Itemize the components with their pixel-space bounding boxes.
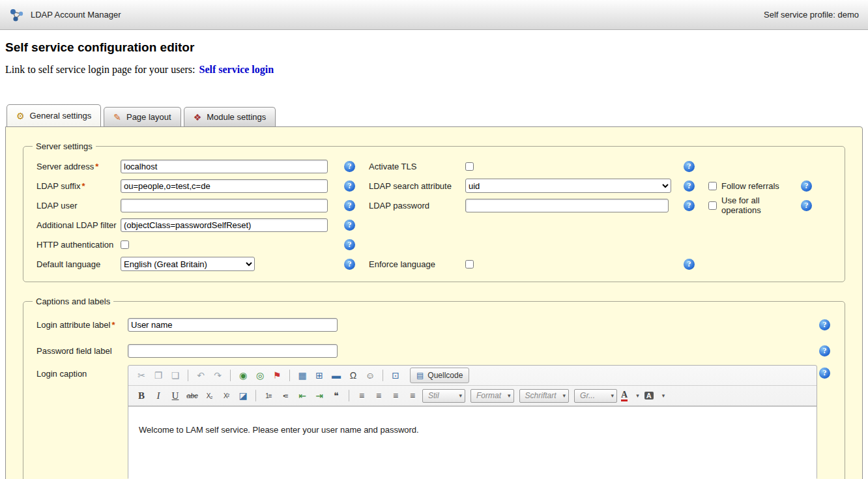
help-icon[interactable]: ?	[344, 220, 355, 231]
format-dropdown[interactable]: Format ▾	[470, 389, 514, 403]
ldap-search-attribute-select[interactable]: uid	[465, 179, 671, 193]
superscript-button[interactable]: X²	[218, 388, 234, 403]
blockquote-button[interactable]: ❝	[328, 388, 344, 403]
required-marker: *	[95, 162, 98, 171]
password-field-label: Password field label	[30, 346, 128, 356]
tab-module-settings[interactable]: ❖ Module settings	[184, 107, 276, 126]
ldap-suffix-input[interactable]	[121, 179, 328, 193]
ldap-password-input[interactable]	[465, 199, 669, 212]
anchor-flag-icon[interactable]: ⚑	[269, 368, 285, 383]
table-icon[interactable]: ⊞	[311, 368, 327, 383]
strikethrough-button[interactable]: abc	[184, 388, 200, 403]
activate-tls-label: Activate TLS	[369, 162, 465, 171]
follow-referrals-label: Follow referrals	[721, 181, 779, 191]
editor-toolbar-row-1: ✂ ❐ ❏ ↶ ↷	[128, 366, 817, 386]
tab-bar: ⚙ General settings ✎ Page layout ❖ Modul…	[5, 104, 863, 126]
style-dropdown[interactable]: Stil ▾	[422, 389, 465, 403]
align-left-button[interactable]: ≡	[354, 388, 369, 403]
editor-content[interactable]: Welcome to LAM self service. Please ente…	[128, 406, 817, 479]
login-attribute-label: Login attribute label*	[30, 320, 128, 330]
indent-button[interactable]: ⇥	[311, 388, 327, 403]
tab-label: General settings	[30, 111, 92, 121]
outdent-button[interactable]: ⇤	[295, 388, 310, 403]
chevron-down-icon: ▾	[611, 392, 615, 399]
wrench-icon: ⚙	[16, 111, 25, 121]
help-icon[interactable]: ?	[684, 161, 695, 172]
undo-icon[interactable]: ↶	[193, 368, 209, 383]
form-row: Default language English (Great Britain)…	[30, 254, 838, 274]
additional-ldap-filter-input[interactable]	[121, 218, 328, 232]
link-icon[interactable]: ◉	[235, 368, 251, 383]
required-marker: *	[111, 320, 115, 330]
help-icon[interactable]: ?	[819, 368, 830, 379]
server-address-input[interactable]	[121, 160, 328, 173]
app-logo-icon	[9, 7, 25, 23]
form-row: LDAP user ? LDAP password ? Use for all …	[30, 196, 838, 215]
horizontal-rule-icon[interactable]: ▬	[328, 368, 344, 383]
ldap-user-input[interactable]	[121, 199, 328, 212]
follow-referrals-checkbox[interactable]	[708, 182, 717, 190]
maximize-icon[interactable]: ⊡	[388, 368, 403, 383]
chevron-down-icon: ▾	[459, 392, 462, 399]
help-icon[interactable]: ?	[684, 200, 695, 211]
top-bar: LDAP Account Manager Self service profil…	[0, 0, 868, 30]
unlink-icon[interactable]: ◎	[252, 368, 268, 383]
image-icon[interactable]: ▦	[295, 368, 310, 383]
login-caption-label: Login caption	[30, 365, 128, 379]
help-icon[interactable]: ?	[684, 259, 695, 270]
paste-icon[interactable]: ❏	[167, 368, 183, 383]
required-marker: *	[81, 181, 85, 191]
source-button-label: Quellcode	[427, 371, 463, 380]
smiley-icon[interactable]: ☺	[362, 368, 378, 383]
help-icon[interactable]: ?	[344, 181, 355, 192]
redo-icon[interactable]: ↷	[210, 368, 225, 383]
use-for-all-operations-checkbox[interactable]	[708, 201, 717, 210]
underline-button[interactable]: U	[167, 388, 183, 403]
help-icon[interactable]: ?	[344, 239, 355, 250]
special-character-icon[interactable]: Ω	[345, 368, 361, 383]
text-color-button[interactable]: A ▾	[619, 388, 641, 403]
subscript-button[interactable]: X₂	[201, 388, 217, 403]
help-icon[interactable]: ?	[801, 200, 812, 211]
tab-general-settings[interactable]: ⚙ General settings	[7, 104, 101, 126]
align-center-button[interactable]: ≡	[371, 388, 386, 403]
font-dropdown[interactable]: Schriftart ▾	[519, 389, 570, 403]
cut-icon[interactable]: ✂	[134, 368, 149, 383]
login-attribute-input[interactable]	[128, 318, 338, 332]
help-icon[interactable]: ?	[801, 181, 812, 192]
enforce-language-checkbox[interactable]	[465, 260, 474, 269]
login-link-caption: Link to self service login page for your…	[5, 64, 195, 75]
default-language-select[interactable]: English (Great Britain)	[121, 257, 255, 271]
enforce-language-label: Enforce language	[369, 259, 465, 269]
help-icon[interactable]: ?	[819, 319, 830, 330]
captions-and-labels-fieldset: Captions and labels Login attribute labe…	[23, 297, 845, 479]
help-icon[interactable]: ?	[819, 345, 830, 356]
self-service-login-link[interactable]: Self service login	[199, 64, 274, 75]
italic-button[interactable]: I	[151, 388, 166, 403]
source-button[interactable]: ▤ Quellcode	[410, 368, 469, 383]
activate-tls-checkbox[interactable]	[465, 162, 474, 171]
http-authentication-checkbox[interactable]	[121, 240, 129, 249]
copy-icon[interactable]: ❐	[151, 368, 166, 383]
background-color-button[interactable]: A ▾	[643, 388, 667, 403]
form-row: LDAP suffix* ? LDAP search attribute uid…	[30, 176, 838, 196]
align-justify-button[interactable]: ≡	[405, 388, 420, 403]
remove-format-button[interactable]: ◪	[235, 388, 251, 403]
editor-toolbar-row-2: B I U abc X₂ X² ◪	[128, 386, 817, 406]
help-icon[interactable]: ?	[344, 259, 355, 270]
tab-page-layout[interactable]: ✎ Page layout	[104, 107, 181, 126]
help-icon[interactable]: ?	[684, 181, 695, 192]
help-icon[interactable]: ?	[344, 200, 355, 211]
help-icon[interactable]: ?	[344, 161, 355, 172]
numbered-list-button[interactable]: 1≡	[261, 388, 276, 403]
page-title: Self service configuration editor	[5, 40, 868, 55]
bold-button[interactable]: B	[134, 388, 149, 403]
password-field-input[interactable]	[128, 344, 338, 358]
server-settings-legend: Server settings	[33, 141, 96, 151]
login-caption-editor: ✂ ❐ ❏ ↶ ↷	[128, 365, 817, 479]
ldap-password-label: LDAP password	[369, 201, 465, 210]
align-right-button[interactable]: ≡	[388, 388, 403, 403]
profile-indicator: Self service profile: demo	[764, 10, 859, 20]
bulleted-list-button[interactable]: •≡	[278, 388, 293, 403]
size-dropdown[interactable]: Gr... ▾	[574, 389, 617, 403]
